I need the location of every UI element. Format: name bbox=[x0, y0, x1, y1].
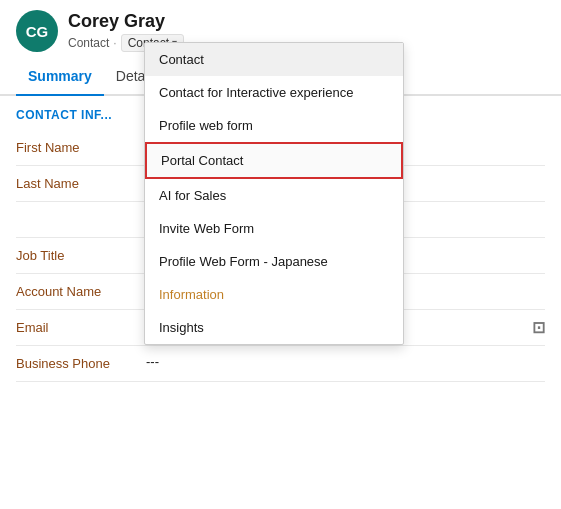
dropdown-item-portal-contact[interactable]: Portal Contact bbox=[145, 142, 403, 179]
dropdown-item-invite-web-form[interactable]: Invite Web Form bbox=[145, 212, 403, 245]
dropdown-item-information[interactable]: Information bbox=[145, 278, 403, 311]
dropdown-item-ai-sales[interactable]: AI for Sales bbox=[145, 179, 403, 212]
dropdown-item-insights[interactable]: Insights bbox=[145, 311, 403, 344]
dropdown-backdrop[interactable]: Contact Contact for Interactive experien… bbox=[0, 0, 561, 509]
dropdown-item-contact[interactable]: Contact bbox=[145, 43, 403, 76]
dropdown-item-contact-interactive[interactable]: Contact for Interactive experience bbox=[145, 76, 403, 109]
contact-type-dropdown: Contact Contact for Interactive experien… bbox=[144, 42, 404, 345]
dropdown-item-profile-web-form[interactable]: Profile web form bbox=[145, 109, 403, 142]
dropdown-item-profile-web-form-japanese[interactable]: Profile Web Form - Japanese bbox=[145, 245, 403, 278]
